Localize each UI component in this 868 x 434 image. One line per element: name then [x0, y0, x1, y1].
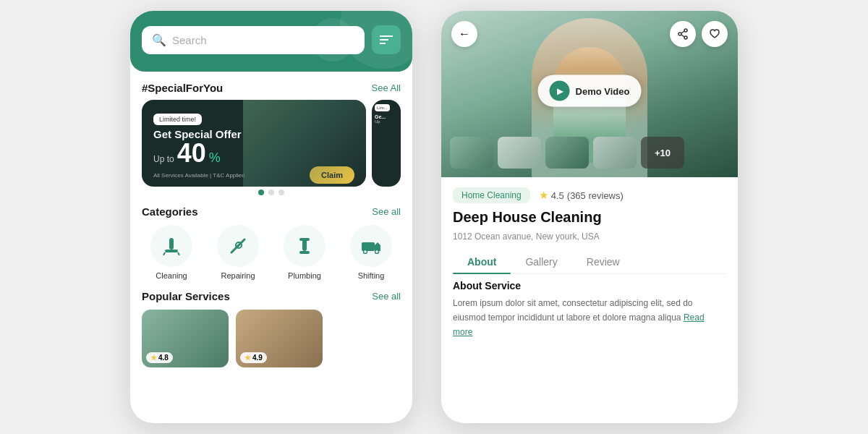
- partial-limited: Lim...: [375, 104, 390, 111]
- thumbnails-row: +10: [450, 137, 729, 169]
- promo-card[interactable]: Limited time! Get Special Offer Up to 40…: [142, 100, 366, 187]
- rating-count: (365 reviews): [567, 190, 624, 201]
- thumbnail-4[interactable]: [593, 137, 637, 169]
- demo-video-button[interactable]: ▶ Demo Video: [538, 75, 642, 107]
- phones-container: 🔍 Search #SpecialForYou See All: [130, 11, 738, 423]
- svg-line-5: [163, 252, 165, 255]
- rating-star: ★: [539, 189, 548, 202]
- about-section: About Service Lorem ipsum dolor sit amet…: [453, 280, 726, 338]
- service-card-1[interactable]: ★ 4.8: [142, 310, 229, 367]
- category-badge: Home Cleaning: [453, 187, 530, 203]
- phone-right: ← ▶: [441, 11, 738, 423]
- promo-bg: [243, 100, 367, 187]
- star-icon-2: ★: [244, 354, 251, 362]
- play-icon: ▶: [550, 81, 570, 101]
- rating-value-2: 4.9: [252, 354, 263, 362]
- carousel-dots: [142, 190, 401, 195]
- popular-see-all[interactable]: See all: [372, 291, 401, 302]
- svg-line-6: [178, 252, 179, 255]
- partial-text: Ge...: [375, 114, 398, 119]
- left-header: 🔍 Search: [130, 11, 412, 72]
- thumbnail-3[interactable]: [545, 137, 589, 169]
- repairing-icon-wrap: [217, 225, 259, 267]
- promo-subtitle: Up to: [153, 154, 174, 164]
- search-icon: 🔍: [152, 33, 166, 47]
- back-button[interactable]: ←: [451, 21, 477, 47]
- cleaning-icon-wrap: [150, 225, 192, 267]
- about-text-wrap: Lorem ipsum dolor sit amet, consectetur …: [453, 296, 726, 338]
- hero-actions: [670, 21, 728, 47]
- tab-review[interactable]: Review: [572, 250, 634, 273]
- category-plumbing[interactable]: Plumbing: [275, 225, 334, 280]
- promo-row: Limited time! Get Special Offer Up to 40…: [142, 100, 401, 187]
- thumbnail-1[interactable]: [450, 137, 493, 169]
- popular-title: Popular Services: [142, 290, 230, 302]
- demo-video-label: Demo Video: [576, 85, 630, 96]
- more-photos[interactable]: +10: [641, 137, 684, 169]
- categories-title: Categories: [142, 205, 198, 218]
- svg-line-20: [681, 35, 684, 37]
- svg-point-17: [678, 33, 681, 35]
- popular-section: Popular Services See all ★ 4.8 ★: [142, 290, 401, 367]
- category-repairing[interactable]: Repairing: [208, 225, 268, 280]
- tab-gallery[interactable]: Gallery: [511, 250, 571, 273]
- popular-header: Popular Services See all: [142, 290, 401, 302]
- dot-2: [268, 190, 274, 195]
- svg-point-18: [684, 36, 687, 39]
- svg-rect-13: [362, 242, 375, 251]
- star-icon-1: ★: [150, 354, 157, 362]
- svg-line-19: [681, 31, 684, 33]
- share-button[interactable]: [670, 21, 696, 47]
- service-rating-1: ★ 4.8: [146, 352, 173, 363]
- rating-value-1: 4.8: [158, 354, 169, 362]
- categories-grid: Cleaning Repairing: [142, 225, 401, 280]
- dot-1: [258, 190, 264, 195]
- about-text: Lorem ipsum dolor sit amet, consectetur …: [453, 298, 693, 323]
- service-rating-2: ★ 4.9: [240, 352, 267, 363]
- rating-row: ★ 4.5 (365 reviews): [539, 189, 624, 202]
- promo-discount-symbol: %: [209, 150, 221, 166]
- special-section: #SpecialForYou See All Limited time! Get…: [142, 82, 401, 195]
- left-body: #SpecialForYou See All Limited time! Get…: [130, 72, 412, 423]
- service-detail-title: Deep House Cleaning: [453, 209, 726, 226]
- service-card-2[interactable]: ★ 4.9: [236, 310, 323, 367]
- category-shifting[interactable]: Shifting: [341, 225, 401, 280]
- svg-point-15: [375, 250, 379, 254]
- hero-image: ← ▶: [441, 11, 738, 177]
- categories-header: Categories See all: [142, 205, 401, 218]
- thumbnail-2[interactable]: [498, 137, 541, 169]
- dot-3: [278, 190, 284, 195]
- categories-see-all[interactable]: See all: [372, 206, 401, 217]
- svg-rect-12: [299, 251, 310, 254]
- special-header: #SpecialForYou See All: [142, 82, 401, 94]
- special-title: #SpecialForYou: [142, 82, 223, 94]
- cleaning-label: Cleaning: [156, 271, 187, 280]
- svg-point-16: [684, 29, 687, 32]
- svg-point-14: [364, 250, 367, 254]
- category-cleaning[interactable]: Cleaning: [142, 225, 201, 280]
- shifting-icon-wrap: [350, 225, 392, 267]
- partial-up: Up: [375, 119, 398, 124]
- promo-card-partial: Lim... Ge... Up: [372, 100, 401, 187]
- svg-rect-4: [165, 250, 178, 252]
- svg-rect-3: [169, 238, 174, 250]
- service-address: 1012 Ocean avanue, New yourk, USA: [453, 231, 726, 242]
- limited-badge: Limited time!: [153, 114, 202, 125]
- rating-value: 4.5: [551, 190, 564, 201]
- promo-fine-print: All Services Available | T&C Applied: [153, 172, 245, 179]
- tab-about[interactable]: About: [453, 250, 511, 273]
- phone-left: 🔍 Search #SpecialForYou See All: [130, 11, 412, 423]
- categories-section: Categories See all Cleani: [142, 205, 401, 280]
- special-see-all[interactable]: See All: [372, 82, 401, 93]
- plumbing-label: Plumbing: [288, 271, 321, 280]
- svg-rect-11: [299, 238, 310, 241]
- repairing-label: Repairing: [221, 271, 255, 280]
- tabs-row: About Gallery Review: [453, 250, 726, 274]
- category-rating-row: Home Cleaning ★ 4.5 (365 reviews): [453, 187, 726, 203]
- about-title: About Service: [453, 280, 726, 292]
- favorite-button[interactable]: [702, 21, 728, 47]
- plumbing-icon-wrap: [284, 225, 326, 267]
- shifting-label: Shifting: [358, 271, 385, 280]
- right-body: Home Cleaning ★ 4.5 (365 reviews) Deep H…: [441, 177, 738, 423]
- partial-card-inner: Lim... Ge... Up: [372, 100, 401, 128]
